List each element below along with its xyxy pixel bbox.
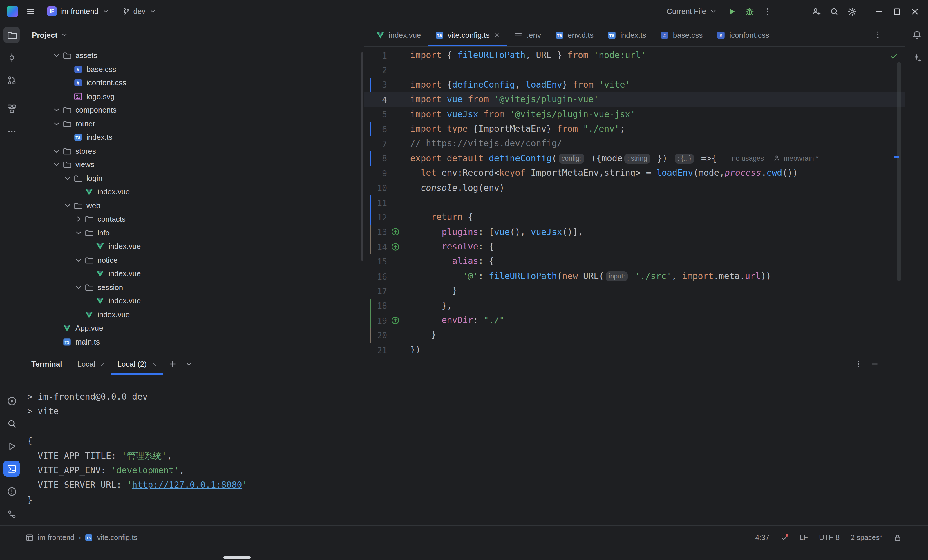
tree-item-base-css[interactable]: #base.css xyxy=(23,63,364,76)
tree-item-iconfont-css[interactable]: #iconfont.css xyxy=(23,76,364,90)
write-access-icon[interactable] xyxy=(893,533,902,542)
tab-env-d-ts[interactable]: TSenv.d.ts xyxy=(548,23,600,46)
chevron-down-icon[interactable] xyxy=(63,174,72,183)
tree-item-index-vue[interactable]: index.vue xyxy=(23,185,364,198)
project-scrollbar[interactable] xyxy=(362,52,363,261)
tree-item-stores[interactable]: stores xyxy=(23,144,364,158)
code-line-12[interactable]: 12 return { xyxy=(364,210,905,225)
chevron-down-icon[interactable] xyxy=(52,119,61,128)
code-line-10[interactable]: 10 console.log(env) xyxy=(364,181,905,195)
code-line-19[interactable]: 19 envDir: "./" xyxy=(364,313,905,328)
terminal-dropdown-icon[interactable] xyxy=(183,357,195,370)
close-tab-icon[interactable] xyxy=(100,361,106,367)
ai-assistant-button[interactable] xyxy=(908,49,925,66)
code-line-4[interactable]: 4import vue from '@vitejs/plugin-vue' xyxy=(364,92,905,107)
chevron-down-icon[interactable] xyxy=(74,256,83,264)
editor-scrollbar[interactable] xyxy=(897,62,901,281)
tree-item-contacts[interactable]: contacts xyxy=(23,212,364,226)
tab-index-ts[interactable]: TSindex.ts xyxy=(600,23,653,46)
code-line-8[interactable]: 8export default defineConfig(config: ({m… xyxy=(364,151,905,166)
minimize-button[interactable] xyxy=(872,4,887,19)
branch-widget[interactable]: dev xyxy=(118,3,161,20)
project-widget[interactable]: IF im-frontend xyxy=(43,3,114,20)
find-tool-button[interactable] xyxy=(3,415,20,432)
hide-terminal-icon[interactable] xyxy=(868,357,881,370)
chevron-down-icon[interactable] xyxy=(74,283,83,292)
code-line-16[interactable]: 16 '@': fileURLToPath(new URL(input: './… xyxy=(364,269,905,284)
implemented-gutter-icon[interactable] xyxy=(387,228,403,237)
tab-vite-config-ts[interactable]: TSvite.config.ts xyxy=(428,23,507,46)
tree-item-login[interactable]: login xyxy=(23,171,364,185)
code-area[interactable]: 1import { fileURLToPath, URL } from 'nod… xyxy=(364,47,905,352)
terminal-tab-local[interactable]: Local xyxy=(71,353,111,375)
implemented-gutter-icon[interactable] xyxy=(387,243,403,252)
code-line-13[interactable]: 13 plugins: [vue(), vueJsx()], xyxy=(364,225,905,240)
chevron-down-icon[interactable] xyxy=(52,147,61,156)
run-config-widget[interactable]: Current File xyxy=(662,3,721,20)
breadcrumb-project[interactable]: im-frontend xyxy=(38,533,74,542)
tree-item-router[interactable]: router xyxy=(23,117,364,131)
tab-base-css[interactable]: #base.css xyxy=(653,23,710,46)
chevron-down-icon[interactable] xyxy=(52,160,61,169)
code-line-6[interactable]: 6import type {ImportMetaEnv} from "./env… xyxy=(364,122,905,137)
chevron-down-icon[interactable] xyxy=(52,106,61,114)
terminal-options-icon[interactable] xyxy=(852,357,864,370)
run-button[interactable] xyxy=(724,4,739,19)
git-status-icon[interactable] xyxy=(780,533,789,542)
encoding[interactable]: UTF-8 xyxy=(819,533,839,542)
tree-item-web[interactable]: web xyxy=(23,198,364,212)
new-terminal-icon[interactable] xyxy=(166,357,179,370)
tab-env[interactable]: .env xyxy=(507,23,548,46)
code-line-3[interactable]: 3import {defineConfig, loadEnv} from 'vi… xyxy=(364,78,905,93)
inspections-ok-icon[interactable] xyxy=(890,52,898,60)
tree-item-views[interactable]: views xyxy=(23,158,364,171)
code-line-7[interactable]: 7// https://vitejs.dev/config/ xyxy=(364,137,905,151)
tab-options-icon[interactable] xyxy=(872,28,884,41)
close-tab-icon[interactable] xyxy=(151,361,157,367)
chevron-down-icon[interactable] xyxy=(52,51,61,60)
usages-hint[interactable]: no usages xyxy=(732,154,764,163)
search-everywhere-icon[interactable] xyxy=(827,4,842,19)
chevron-down-icon[interactable] xyxy=(63,201,72,210)
indent-style[interactable]: 2 spaces* xyxy=(850,533,882,542)
chevron-down-icon[interactable] xyxy=(60,31,69,39)
run-tool-button[interactable] xyxy=(3,438,20,454)
line-ending[interactable]: LF xyxy=(800,533,808,542)
pull-requests-tool-button[interactable] xyxy=(3,72,20,88)
code-line-1[interactable]: 1import { fileURLToPath, URL } from 'nod… xyxy=(364,48,905,63)
code-line-14[interactable]: 14 resolve: { xyxy=(364,240,905,254)
more-tools-button[interactable] xyxy=(3,123,20,139)
tree-item-components[interactable]: components xyxy=(23,103,364,117)
tree-item-info[interactable]: info xyxy=(23,226,364,240)
code-line-18[interactable]: 18 }, xyxy=(364,298,905,313)
chevron-right-icon[interactable] xyxy=(74,215,83,224)
tree-item-index-vue[interactable]: index.vue xyxy=(23,240,364,253)
close-button[interactable] xyxy=(907,4,922,19)
code-line-9[interactable]: 9 let env:Record<keyof ImportMetaEnv,str… xyxy=(364,166,905,181)
tree-item-index-ts[interactable]: TSindex.ts xyxy=(23,131,364,144)
project-panel-title[interactable]: Project xyxy=(32,31,58,39)
code-line-20[interactable]: 20 } xyxy=(364,328,905,343)
code-line-17[interactable]: 17 } xyxy=(364,284,905,299)
tree-item-main-ts[interactable]: TSmain.ts xyxy=(23,335,364,349)
code-line-15[interactable]: 15 alias: { xyxy=(364,254,905,269)
version-control-tool-button[interactable] xyxy=(3,506,20,522)
tab-index-vue[interactable]: index.vue xyxy=(369,23,428,46)
code-line-2[interactable]: 2 xyxy=(364,63,905,78)
terminal-tool-button[interactable] xyxy=(3,461,20,477)
tree-item-session[interactable]: session xyxy=(23,281,364,294)
more-actions-icon[interactable] xyxy=(760,4,775,19)
tree-item-index-vue[interactable]: index.vue xyxy=(23,308,364,321)
terminal-tab-local-2[interactable]: Local (2) xyxy=(112,353,163,375)
tree-item-index-vue[interactable]: index.vue xyxy=(23,294,364,308)
tree-item-logo-svg[interactable]: logo.svg xyxy=(23,90,364,103)
tree-item-notice[interactable]: notice xyxy=(23,253,364,267)
implemented-gutter-icon[interactable] xyxy=(387,316,403,325)
notifications-button[interactable] xyxy=(908,27,925,43)
debug-button[interactable] xyxy=(742,4,757,19)
main-menu-icon[interactable] xyxy=(23,4,38,19)
terminal-title[interactable]: Terminal xyxy=(31,360,62,368)
author-hint[interactable]: meowrain * xyxy=(784,154,819,163)
chevron-down-icon[interactable] xyxy=(74,229,83,237)
code-line-21[interactable]: 21}) xyxy=(364,343,905,352)
